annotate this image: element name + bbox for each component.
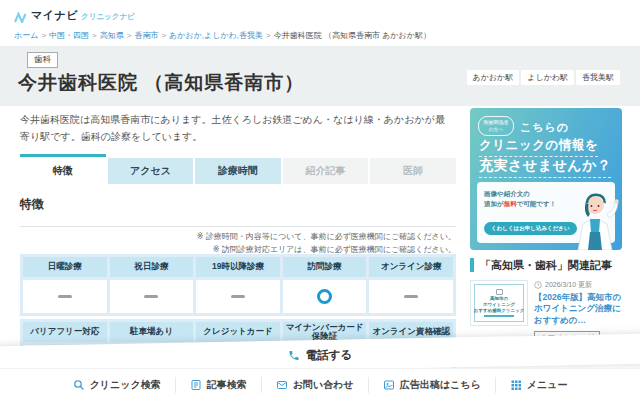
article-title-link[interactable]: 【2026年版】高知市のホワイトニング治療におすすめの… (534, 292, 624, 326)
promo-free-highlight: 無料 (504, 200, 517, 207)
feature-header-parking: 駐車場あり (110, 322, 194, 342)
article-date: 2026/3/10 更新 (534, 280, 624, 290)
station-tag[interactable]: あかおか駅 (467, 70, 520, 85)
search-icon (73, 379, 85, 391)
footer-advertise[interactable]: 広告出稿はこちら (368, 377, 495, 393)
breadcrumb: ホーム>中国・四国>高知県>香南市>あかおか,よしかわ,香我美>今井歯科医院 （… (14, 30, 431, 41)
clinic-description: 今井歯科医院は高知県香南市にあります。土佐くろしお鉄道ごめん・なはり線・あかおか… (20, 112, 452, 145)
breadcrumb-separator: > (161, 31, 166, 40)
feature-value-after19 (196, 280, 280, 313)
footer-menu[interactable]: メニュー (495, 377, 582, 393)
article-icon (190, 379, 202, 391)
medical-staff-illustration (570, 188, 620, 250)
breadcrumb-link-home[interactable]: ホーム (14, 31, 38, 40)
tab-articles[interactable]: 紹介記事 (283, 158, 369, 184)
logo-sub-text: クリニックナビ (81, 12, 135, 22)
mynavi-zigzag-icon (14, 12, 28, 23)
promo-badge-line: の方へ (480, 126, 512, 133)
footer-item-label: 広告出稿はこちら (400, 378, 481, 392)
feature-notes: ※ 診療時間・内容等について、事前に必ず医療機関にご確認ください。 ※ 訪問診療… (197, 231, 456, 257)
clock-icon (534, 281, 542, 289)
tooth-icon (496, 289, 503, 295)
thumb-text-line: 高知市の (490, 296, 508, 301)
thumb-logo-bar (484, 315, 514, 317)
station-tags: あかおか駅 よしかわ駅 香我美駅 (467, 70, 621, 85)
feature-table-row1: 日曜診療 祝日診療 19時以降診療 訪問診療 オンライン診療 (20, 254, 456, 316)
article-thumbnail[interactable]: 高知市の ホワイトニング おすすめ歯科クリニック (470, 280, 528, 326)
tab-bar: 特徴 アクセス 診療時間 紹介記事 医師 (20, 154, 456, 184)
feature-value-sunday (23, 280, 107, 313)
no-mark (144, 295, 158, 298)
feature-header-credit: クレジットカード (196, 322, 280, 342)
station-tag[interactable]: よしかわ駅 (521, 70, 574, 85)
section-title-features: 特徴 (20, 196, 44, 213)
promo-sub-line2-pre: 追加が (484, 200, 504, 207)
footer-contact[interactable]: お問い合わせ (261, 377, 368, 393)
footer-article-search[interactable]: 記事検索 (175, 377, 261, 393)
promo-audience-badge: 医療関係者 の方へ (478, 116, 514, 136)
no-mark (58, 295, 72, 298)
note-line: ※ 診療時間・内容等について、事前に必ず医療機関にご確認ください。 (197, 231, 456, 244)
breadcrumb-separator: > (127, 31, 132, 40)
article-thumbnail-inner: 高知市の ホワイトニング おすすめ歯科クリニック (474, 284, 524, 322)
clinic-info-promo-banner[interactable]: 医療関係者 の方へ こちらの クリニックの情報を 充実させませんか？ 画像や紹介… (470, 108, 622, 250)
feature-header-barrierfree: バリアフリー対応 (23, 322, 107, 342)
thumb-text-line: おすすめ歯科クリニック (474, 308, 524, 313)
promo-headline-1: こちらの (520, 120, 569, 135)
footer-item-label: メニュー (527, 378, 568, 392)
logo-main-text: マイナビ (31, 8, 78, 23)
mail-icon (276, 379, 288, 391)
footer-nav: クリニック検索 記事検索 お問い合わせ 広告出稿はこちら (0, 368, 640, 400)
tab-access[interactable]: アクセス (108, 158, 194, 184)
footer-clinic-search[interactable]: クリニック検索 (59, 377, 175, 393)
feature-header-sunday: 日曜診療 (23, 257, 107, 277)
footer-item-label: クリニック検索 (90, 378, 161, 392)
station-tag[interactable]: 香我美駅 (576, 70, 620, 85)
breadcrumb-current: 今井歯科医院 （高知県香南市 あかおか駅） (274, 31, 431, 40)
footer-item-label: お問い合わせ (293, 378, 354, 392)
feature-value-holiday (110, 280, 194, 313)
feature-value-visit (283, 280, 367, 313)
feature-header-visit: 訪問診療 (283, 257, 367, 277)
promo-apply-button[interactable]: くわしくはお申し込みください (484, 222, 577, 235)
call-button-label: 電話する (306, 347, 353, 363)
promo-headline-3: 充実させませんか？ (479, 157, 611, 178)
no-mark (231, 295, 245, 298)
thumb-text-line: ホワイトニング (483, 302, 515, 307)
promo-badge-line: 医療関係者 (480, 119, 512, 126)
promo-subtext: 画像や紹介文の 追加が無料で可能です！ (484, 189, 556, 210)
department-badge: 歯科 (27, 52, 58, 68)
promo-sub-line1: 画像や紹介文の (484, 190, 530, 197)
tab-hours[interactable]: 診療時間 (195, 158, 281, 184)
menu-icon (510, 379, 522, 391)
breadcrumb-separator: > (266, 31, 271, 40)
no-mark (404, 295, 418, 298)
promo-sub-line2-post: で可能です！ (517, 200, 556, 207)
tab-doctors[interactable]: 医師 (370, 158, 456, 184)
phone-icon (288, 349, 300, 361)
ad-icon (383, 379, 395, 391)
hero-band: 歯科 今井歯科医院 （高知県香南市） あかおか駅 よしかわ駅 香我美駅 (0, 46, 640, 106)
promo-headline-2: クリニックの情報を (479, 137, 598, 157)
feature-header-after19: 19時以降診療 (196, 257, 280, 277)
breadcrumb-separator: > (41, 31, 46, 40)
tab-features[interactable]: 特徴 (20, 154, 106, 184)
top-header: マイナビ クリニックナビ ホーム>中国・四国>高知県>香南市>あかおか,よしかわ… (0, 0, 640, 28)
footer-item-label: 記事検索 (207, 378, 247, 392)
breadcrumb-link-city[interactable]: 香南市 (134, 31, 158, 40)
related-articles-heading: 「高知県・歯科」関連記事 (470, 258, 612, 272)
yes-circle-mark (317, 289, 332, 304)
breadcrumb-link-area[interactable]: あかおか,よしかわ,香我美 (169, 31, 263, 40)
page-title: 今井歯科医院 （高知県香南市） (18, 70, 304, 96)
section-divider (20, 226, 456, 227)
article-date-text: 2026/3/10 更新 (545, 280, 592, 290)
breadcrumb-link-region[interactable]: 中国・四国 (49, 31, 89, 40)
feature-header-holiday: 祝日診療 (110, 257, 194, 277)
breadcrumb-separator: > (92, 31, 97, 40)
feature-header-online: オンライン診療 (369, 257, 453, 277)
breadcrumb-link-pref[interactable]: 高知県 (100, 31, 124, 40)
feature-value-online (369, 280, 453, 313)
site-logo[interactable]: マイナビ クリニックナビ (14, 8, 135, 23)
